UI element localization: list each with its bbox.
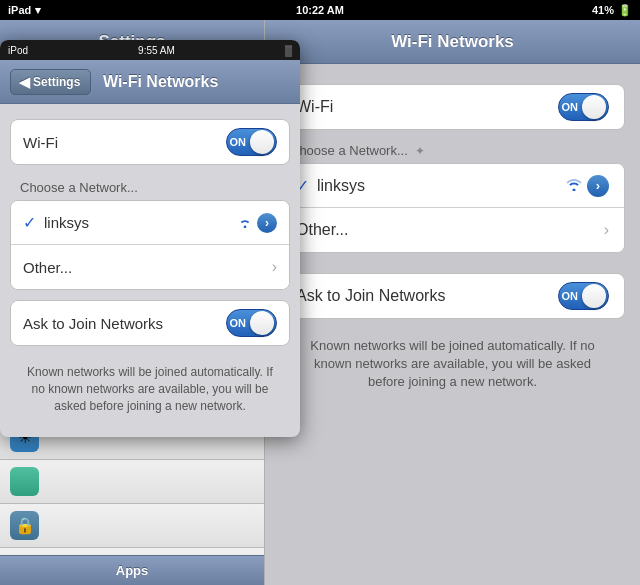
- info-button-linksys[interactable]: ›: [587, 175, 609, 197]
- popup-title: Wi-Fi Networks: [91, 73, 230, 91]
- ask-join-group: Ask to Join Networks ON: [280, 273, 625, 319]
- other-label: Other...: [296, 221, 604, 239]
- main-content: Wi-Fi Networks Wi-Fi ON Choose a Network…: [265, 20, 640, 585]
- wifi-toggle-row[interactable]: Wi-Fi ON: [281, 85, 624, 129]
- popup-wifi-label: Wi-Fi: [23, 134, 226, 151]
- other-network-row[interactable]: Other... ›: [281, 208, 624, 252]
- status-bar-time: 10:22 AM: [296, 4, 344, 16]
- popup-info-btn[interactable]: ›: [257, 213, 277, 233]
- popup-ask-join-group: Ask to Join Networks ON: [10, 300, 290, 346]
- ipod-time: 9:55 AM: [138, 45, 175, 56]
- ask-join-label: Ask to Join Networks: [296, 287, 558, 305]
- main-body: Wi-Fi ON Choose a Network... ✦ ✓ linksys: [265, 64, 640, 585]
- ask-join-row[interactable]: Ask to Join Networks ON: [281, 274, 624, 318]
- signal-icon: [566, 178, 582, 194]
- ask-join-knob: [582, 284, 606, 308]
- popup-body: Wi-Fi ON Choose a Network... ✓ linksys: [0, 104, 300, 437]
- choose-network-label: Choose a Network... ✦: [280, 138, 625, 163]
- wifi-on-label: ON: [562, 101, 583, 113]
- popup-linksys-row[interactable]: ✓ linksys ›: [11, 201, 289, 245]
- description-text: Known networks will be joined automatica…: [280, 327, 625, 402]
- popup-check-icon: ✓: [23, 213, 36, 232]
- sidebar-footer: Apps: [0, 555, 264, 585]
- main-title: Wi-Fi Networks: [391, 32, 514, 52]
- ipod-battery: ▒: [285, 45, 292, 56]
- ipod-device-label: iPod: [8, 45, 28, 56]
- back-arrow-icon: ◀: [19, 74, 30, 90]
- network-section: Choose a Network... ✦ ✓ linksys: [280, 138, 625, 253]
- wifi-toggle[interactable]: ON: [558, 93, 609, 121]
- networks-group: ✓ linksys › Other... ›: [280, 163, 625, 253]
- popup-ask-join-toggle[interactable]: ON: [226, 309, 277, 337]
- wifi-icon: ▾: [35, 4, 41, 17]
- popup-other-label: Other...: [23, 259, 272, 276]
- popup-wifi-group: Wi-Fi ON: [10, 119, 290, 165]
- popup-ask-join-row[interactable]: Ask to Join Networks ON: [11, 301, 289, 345]
- ipod-navbar: ◀ Settings Wi-Fi Networks: [0, 60, 300, 104]
- chevron-icon: ›: [604, 221, 609, 239]
- popup-chevron-icon: ›: [272, 258, 277, 276]
- back-button[interactable]: ◀ Settings: [10, 69, 91, 95]
- device-label: iPad: [8, 4, 31, 16]
- ask-join-state: ON: [562, 290, 583, 302]
- network-name: linksys: [317, 177, 566, 195]
- popup-overlay: iPod 9:55 AM ▒ ◀ Settings Wi-Fi Networks…: [0, 40, 300, 437]
- sidebar-item-privacy[interactable]: 🔒: [0, 504, 264, 548]
- wallpaper-icon: [10, 467, 39, 496]
- popup-other-row[interactable]: Other... ›: [11, 245, 289, 289]
- privacy-icon: 🔒: [10, 511, 39, 540]
- main-header: Wi-Fi Networks: [265, 20, 640, 64]
- popup-choose-label: Choose a Network...: [10, 175, 290, 200]
- popup-ask-join-label: Ask to Join Networks: [23, 315, 226, 332]
- sidebar-item-mail[interactable]: ✉: [0, 548, 264, 555]
- sidebar-footer-label: Apps: [116, 563, 149, 578]
- network-linksys-row[interactable]: ✓ linksys ›: [281, 164, 624, 208]
- popup-description: Known networks will be joined automatica…: [10, 356, 290, 422]
- sidebar-item-wallpaper[interactable]: [0, 460, 264, 504]
- popup-wifi-row[interactable]: Wi-Fi ON: [11, 120, 289, 164]
- popup-wifi-knob: [250, 130, 274, 154]
- status-bar-right: 41% 🔋: [592, 4, 632, 17]
- battery-label: 41%: [592, 4, 614, 16]
- popup-network-name: linksys: [44, 214, 238, 231]
- popup-ask-join-knob: [250, 311, 274, 335]
- popup-wifi-toggle[interactable]: ON: [226, 128, 277, 156]
- svg-point-6: [244, 225, 247, 227]
- battery-icon: 🔋: [618, 4, 632, 17]
- svg-point-5: [573, 188, 576, 191]
- popup-wifi-state: ON: [230, 136, 251, 148]
- status-bar: iPad ▾ 10:22 AM 41% 🔋: [0, 0, 640, 20]
- wifi-toggle-knob: [582, 95, 606, 119]
- status-bar-left: iPad ▾: [8, 4, 41, 17]
- ipod-status-bar: iPod 9:55 AM ▒: [0, 40, 300, 60]
- wifi-label: Wi-Fi: [296, 98, 558, 116]
- wifi-toggle-group: Wi-Fi ON: [280, 84, 625, 130]
- loading-spinner: ✦: [415, 144, 425, 158]
- ask-join-toggle[interactable]: ON: [558, 282, 609, 310]
- popup-ask-join-state: ON: [230, 317, 251, 329]
- popup-signal-icon: [238, 214, 252, 232]
- back-label: Settings: [33, 75, 80, 89]
- popup-networks-group: ✓ linksys › Other... ›: [10, 200, 290, 290]
